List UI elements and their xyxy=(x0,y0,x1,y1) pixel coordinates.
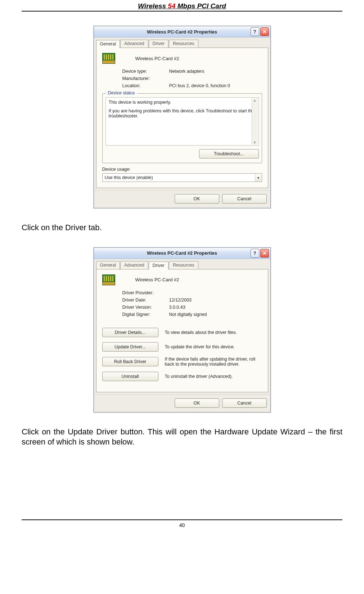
close-button[interactable]: ✕ xyxy=(260,27,269,36)
driver-provider-label: Driver Provider: xyxy=(122,290,169,295)
device-usage-label: Device usage: xyxy=(102,167,262,172)
device-name: Wireless PC-Card #2 xyxy=(121,277,262,282)
titlebar: Wireless PC-Card #2 Properties ? ✕ xyxy=(94,26,270,37)
manufacturer-value xyxy=(169,76,262,81)
uninstall-button[interactable]: Uninstall xyxy=(102,372,158,381)
uninstall-desc: To uninstall the driver (Advanced). xyxy=(165,374,262,379)
tab-strip: General Advanced Driver Resources xyxy=(94,37,270,48)
device-usage-select[interactable]: Use this device (enable) ▾ xyxy=(102,173,262,182)
digital-signer-label: Digital Signer: xyxy=(122,312,169,317)
tab-strip: General Advanced Driver Resources xyxy=(94,259,270,269)
tab-resources[interactable]: Resources xyxy=(169,40,198,48)
header-suffix: Mbps PCI Card xyxy=(176,2,226,10)
dialog-footer: OK Cancel xyxy=(94,190,270,208)
cancel-button[interactable]: Cancel xyxy=(222,398,267,408)
driver-provider-value xyxy=(169,290,262,295)
manufacturer-label: Manufacturer: xyxy=(122,76,169,81)
driver-date-label: Driver Date: xyxy=(122,298,169,303)
tab-driver[interactable]: Driver xyxy=(149,262,168,269)
dialog-title: Wireless PC-Card #2 Properties xyxy=(94,250,270,256)
driver-version-value: 3.0.0.43 xyxy=(169,305,262,310)
help-button[interactable]: ? xyxy=(251,27,259,36)
instruction-1: Click on the Driver tab. xyxy=(22,223,342,233)
network-adapter-icon xyxy=(102,274,115,285)
tab-general[interactable]: General xyxy=(96,40,120,48)
header-accent: 54 xyxy=(168,2,175,10)
ok-button[interactable]: OK xyxy=(175,398,219,408)
update-driver-button[interactable]: Update Driver... xyxy=(102,342,158,352)
instruction-2: Click on the Update Driver button. This … xyxy=(22,427,342,447)
roll-back-driver-desc: If the device fails after updating the d… xyxy=(165,357,262,367)
status-line-2: If you are having problems with this dev… xyxy=(109,108,256,119)
close-button[interactable]: ✕ xyxy=(260,249,269,258)
tab-body-driver: Wireless PC-Card #2 Driver Provider: Dri… xyxy=(96,269,268,392)
location-value: PCI bus 2, device 0, function 0 xyxy=(169,83,262,88)
help-button[interactable]: ? xyxy=(251,249,259,258)
page-number: 40 xyxy=(22,522,342,528)
update-driver-desc: To update the driver for this device. xyxy=(165,344,262,349)
status-line-1: This device is working properly. xyxy=(109,100,256,105)
tab-resources[interactable]: Resources xyxy=(169,261,198,269)
driver-version-label: Driver Version: xyxy=(122,305,169,310)
digital-signer-value: Not digitally signed xyxy=(169,312,262,317)
footer-rule xyxy=(22,519,342,520)
roll-back-driver-button[interactable]: Roll Back Driver xyxy=(102,357,158,366)
header-prefix: Wireless xyxy=(138,2,168,10)
device-name: Wireless PC-Card #2 xyxy=(121,56,262,61)
tab-driver[interactable]: Driver xyxy=(149,40,168,48)
dialog-title: Wireless PC-Card #2 Properties xyxy=(94,29,270,35)
dialog-footer: OK Cancel xyxy=(94,394,270,412)
properties-dialog-general: Wireless PC-Card #2 Properties ? ✕ Gener… xyxy=(94,26,271,208)
ok-button[interactable]: OK xyxy=(175,194,219,204)
tab-advanced[interactable]: Advanced xyxy=(120,261,148,269)
cancel-button[interactable]: Cancel xyxy=(222,194,267,204)
titlebar: Wireless PC-Card #2 Properties ? ✕ xyxy=(94,248,270,259)
network-adapter-icon xyxy=(102,53,115,64)
tab-advanced[interactable]: Advanced xyxy=(120,40,148,48)
device-status-legend: Device status xyxy=(106,90,137,95)
location-label: Location: xyxy=(122,83,169,88)
driver-details-desc: To view details about the driver files. xyxy=(165,330,262,335)
device-usage-value: Use this device (enable) xyxy=(103,175,255,180)
tab-body-general: Wireless PC-Card #2 Device type:Network … xyxy=(96,48,268,188)
driver-details-button[interactable]: Driver Details... xyxy=(102,328,158,337)
scrollbar[interactable] xyxy=(252,98,258,144)
chevron-down-icon: ▾ xyxy=(255,174,262,182)
properties-dialog-driver: Wireless PC-Card #2 Properties ? ✕ Gener… xyxy=(94,247,271,412)
troubleshoot-button[interactable]: Troubleshoot... xyxy=(199,149,259,158)
tab-general[interactable]: General xyxy=(96,261,120,269)
device-type-label: Device type: xyxy=(122,69,169,74)
header-rule xyxy=(22,11,342,12)
page-header: Wireless 54 Mbps PCI Card xyxy=(22,0,342,11)
device-type-value: Network adapters xyxy=(169,69,262,74)
driver-date-value: 12/12/2003 xyxy=(169,298,262,303)
device-status-group: Device status This device is working pro… xyxy=(102,93,262,163)
device-status-text: This device is working properly. If you … xyxy=(105,97,259,146)
